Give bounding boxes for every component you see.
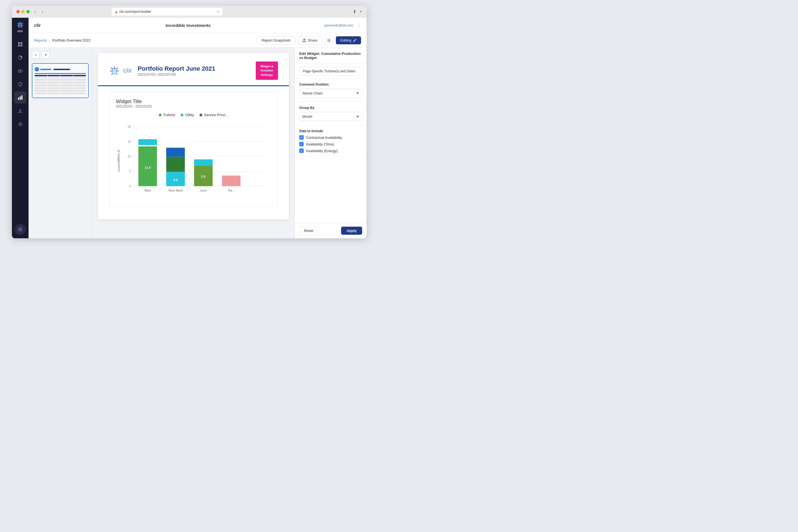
checkbox-group: ✓ Contractual Availability ✓ Availabilit… (299, 135, 362, 153)
checkbox-time-input: ✓ (299, 142, 304, 146)
legend-item-service: Service Provi... (200, 113, 228, 117)
bar-chart-icon (17, 95, 23, 100)
svg-point-13 (19, 123, 21, 125)
checkbox-energy-input: ✓ (299, 149, 304, 153)
report-area: clir Portfolio Report June 2021 2021/07/… (92, 48, 294, 238)
legend-item-turbine: Turbine (159, 113, 175, 117)
chart-svg: 20 15 10 5 0 (122, 121, 271, 199)
settings-badge: Widget & template Settings (256, 61, 278, 80)
comment-position-label: Comment Position (299, 82, 362, 87)
breadcrumb-reports-link[interactable]: Reports (34, 38, 47, 42)
report-logo-icon (109, 65, 120, 76)
url-bar[interactable]: 🔒 clir.com/report-builder ↻ (112, 8, 223, 16)
pages-dropdown-button[interactable]: ▾ (42, 51, 50, 59)
share-icon (302, 39, 306, 42)
service-legend-label: Service Provi... (204, 113, 228, 117)
editing-button[interactable]: Editing (336, 36, 361, 44)
chart-legend: Turbine Utility Service Provi... (116, 113, 271, 117)
breadcrumb-bar: Reports › Portfolio Overview 2022 Report… (28, 33, 366, 48)
clir-logo-icon (16, 21, 24, 29)
sidebar-item-bar-chart[interactable] (14, 92, 26, 103)
svg-point-6 (20, 70, 21, 72)
report-snapshots-button[interactable]: Report Snapshots (257, 36, 295, 44)
minimize-button[interactable] (21, 10, 25, 13)
sidebar-item-download[interactable] (14, 105, 26, 117)
editing-label: Editing (340, 38, 352, 42)
lincs-x-label: Lincs (200, 189, 207, 192)
svg-point-15 (328, 40, 330, 41)
report-date-range: 2021/07/01–2021/07/30 (138, 72, 256, 76)
svg-text:10: 10 (128, 155, 131, 158)
y-axis-label: Losses(MWh) (k (117, 150, 120, 172)
apply-button[interactable]: Apply (341, 227, 362, 235)
theme-toggle-button[interactable] (15, 224, 26, 235)
breadcrumb: Reports › Portfolio Overview 2022 (34, 38, 91, 42)
breadcrumb-current-page: Portfolio Overview 2022 (52, 38, 91, 42)
gear-icon (327, 38, 331, 43)
sidebar-item-eye[interactable] (14, 65, 26, 77)
close-button[interactable] (16, 10, 20, 13)
settings-badge-line3: Settings (260, 73, 273, 77)
url-text: clir.com/report-builder (119, 10, 151, 14)
window-controls (16, 10, 30, 13)
svg-point-9 (20, 85, 20, 86)
panel-spacer (295, 157, 366, 223)
back-button[interactable]: ‹ (33, 8, 38, 15)
reset-button[interactable]: Reset (299, 226, 318, 235)
lincs-label-value: 2.0 (201, 175, 206, 178)
user-email[interactable]: janesmith@iwf.com (324, 23, 353, 27)
checkbox-contractual[interactable]: ✓ Contractual Availability (299, 135, 362, 140)
eye-icon (17, 68, 23, 74)
turbine-legend-label: Turbine (163, 113, 175, 117)
checkbox-time[interactable]: ✓ Availability (Time) (299, 142, 362, 146)
svg-rect-3 (20, 44, 22, 46)
turbine-legend-dot (159, 114, 162, 116)
share-icon[interactable]: ⬆ (353, 9, 356, 14)
page-specific-tab[interactable]: Page-Specific Turbine(s) and Dates (299, 67, 362, 76)
breadcrumb-actions: Report Snapshots Share (257, 36, 361, 45)
svg-point-14 (19, 228, 21, 230)
settings-button[interactable] (324, 36, 334, 45)
ra-x-label: Ra... (228, 189, 234, 192)
page-thumbnail-1[interactable]: 1 (32, 63, 89, 98)
main-content: clir Incredible Investments janesmith@iw… (28, 18, 366, 238)
check-icon: ✓ (300, 136, 303, 139)
svg-rect-10 (18, 97, 19, 100)
svg-rect-12 (21, 95, 22, 100)
widget-title: Widget Title (116, 99, 271, 104)
reload-button[interactable]: ↻ (217, 10, 220, 14)
content-area: + ▾ 1 (28, 48, 366, 238)
sidebar-nav (12, 38, 28, 223)
settings-icon (17, 121, 23, 127)
sidebar-brand-text: clir (17, 30, 23, 33)
bard-x-label: Bard (145, 189, 151, 192)
chart-container: Losses(MWh) (k (116, 121, 271, 200)
sidebar-item-charts[interactable] (14, 52, 26, 64)
panel-footer: Reset Apply (295, 223, 366, 238)
svg-text:0: 0 (129, 185, 131, 188)
forward-button[interactable]: › (40, 8, 44, 15)
group-by-select[interactable]: Month Week Day Year (299, 112, 362, 121)
browser-navigation: ‹ › (33, 8, 45, 15)
sidebar: clir (12, 18, 28, 238)
ra-bar (222, 176, 241, 186)
app-container: clir (12, 18, 366, 238)
group-by-section: Group By Month Week Day Year (295, 102, 366, 125)
racebank-mid-bar (166, 157, 185, 172)
add-page-button[interactable]: + (32, 51, 40, 59)
share-button[interactable]: Share (298, 36, 322, 44)
more-menu-button[interactable]: ⋮ (357, 23, 361, 28)
checkbox-energy[interactable]: ✓ Availability (Energy) (299, 149, 362, 153)
comment-position-select[interactable]: Above Chart Below Chart None (299, 89, 362, 98)
sidebar-item-dashboard[interactable] (14, 38, 26, 51)
sidebar-item-alert[interactable] (14, 78, 26, 90)
maximize-button[interactable] (26, 10, 30, 13)
data-to-include-label: Data to Include (299, 129, 362, 133)
sidebar-item-settings[interactable] (14, 118, 26, 130)
browser-actions: ⬆ + (353, 9, 362, 14)
utility-legend-label: Utility (185, 113, 194, 117)
comment-position-section: Comment Position Above Chart Below Chart… (295, 79, 366, 102)
checkbox-time-label: Availability (Time) (306, 142, 334, 146)
widget-container: Widget Title 2021/01/01 - 2021/01/01 Tur… (109, 92, 278, 207)
new-tab-icon[interactable]: + (360, 9, 362, 14)
